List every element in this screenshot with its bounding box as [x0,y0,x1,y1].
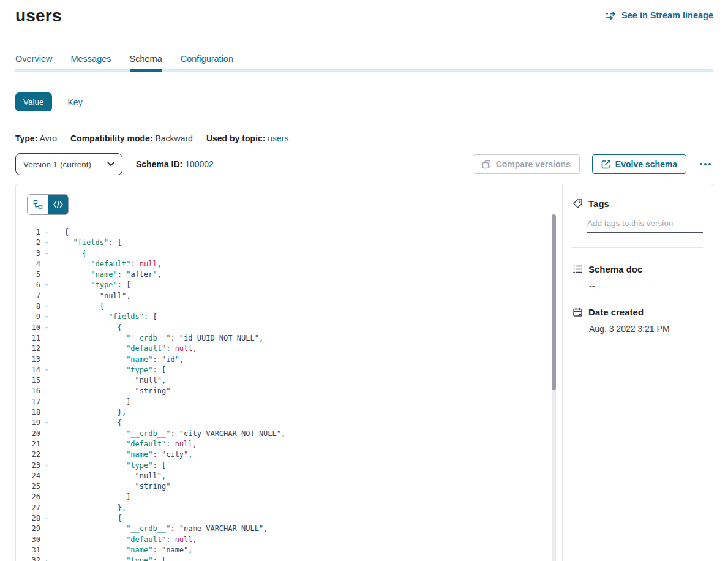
fold-toggle-icon[interactable]: ▾ [40,323,53,333]
tree-view-button[interactable] [28,195,48,214]
fold-gutter-spacer [40,492,53,502]
code-line: 27}, [16,503,562,513]
more-options-button[interactable] [697,159,713,169]
fold-toggle-icon[interactable]: ▾ [40,301,53,312]
code-line-content: "type": [ [53,555,562,561]
tab-overview[interactable]: Overview [15,54,52,69]
code-line: 16"string" [16,386,562,396]
code-view-icon [53,201,63,208]
code-line: 4"default": null, [16,259,562,269]
code-line-content: "null", [53,375,562,386]
tab-messages[interactable]: Messages [70,54,111,69]
code-line: 25"string" [16,481,562,492]
code-line: 30"default": null, [16,535,562,545]
code-line-content: "type": [ [53,365,562,375]
add-tags-input[interactable] [587,219,703,233]
page-title: users [15,6,62,26]
evolve-schema-label: Evolve schema [615,159,677,169]
line-number: 25 [16,481,40,492]
fold-toggle-icon[interactable]: ▾ [40,227,53,238]
stream-lineage-icon [606,11,617,20]
fold-toggle-icon[interactable]: ▾ [40,249,53,259]
schema-meta-row: Type: Avro Compatibility mode: Backward … [15,134,728,143]
line-number: 7 [16,291,40,301]
code-line: 3▾{ [16,249,562,259]
fold-toggle-icon[interactable]: ▾ [40,280,53,290]
editor-view-toggle [27,194,69,215]
line-number: 13 [16,355,40,365]
schema-code-pane: 1▾{2▾"fields": [3▾{4"default": null,5"na… [16,184,563,561]
code-scrollbar-thumb[interactable] [552,214,556,390]
code-line: 19▾{ [16,418,562,428]
code-view-button[interactable] [48,195,68,214]
date-created-section: Date created Aug. 3 2022 3:21 PM [572,307,703,334]
code-line-content: "default": null, [53,439,562,450]
line-number: 32 [16,555,40,561]
schema-doc-section: Schema doc -- [572,264,703,291]
fold-gutter-spacer [40,545,53,555]
code-line-content: { [53,301,562,312]
code-line: 2▾"fields": [ [16,238,562,248]
code-line: 7"null", [16,291,562,301]
code-line-content: "type": [ [53,461,562,471]
code-line: 29"__crdb__": "name VARCHAR NULL", [16,524,562,534]
code-line-content: "__crdb__": "name VARCHAR NULL", [53,524,562,534]
fold-toggle-icon[interactable]: ▾ [40,461,53,471]
key-toggle-link[interactable]: Key [68,97,83,107]
fold-gutter-spacer [40,269,53,280]
fold-gutter-spacer [40,386,53,396]
topic-link[interactable]: users [268,134,288,143]
fold-toggle-icon[interactable]: ▾ [40,365,53,375]
schema-id-label: Schema ID: [136,159,182,169]
line-number: 24 [16,471,40,481]
version-select[interactable]: Version 1 (current) [15,153,122,175]
fold-toggle-icon[interactable]: ▾ [40,418,53,428]
code-line: 1▾{ [16,227,562,238]
line-number: 19 [16,418,40,428]
code-line: 31"name": "name", [16,545,562,555]
code-line: 20"__crdb__": "city VARCHAR NOT NULL", [16,429,562,439]
tab-schema[interactable]: Schema [130,54,162,69]
line-number: 4 [16,259,40,269]
code-line: 24"null", [16,471,562,481]
fold-toggle-icon[interactable]: ▾ [40,238,53,248]
stream-lineage-label: See in Stream lineage [621,10,713,20]
used-by-topic: Used by topic: users [206,134,289,143]
tab-configuration[interactable]: Configuration [181,54,233,69]
code-line-content: ] [53,492,562,502]
line-number: 31 [16,545,40,555]
line-number: 5 [16,269,40,280]
line-number: 20 [16,429,40,439]
code-line-content: { [53,323,562,333]
schema-controls-row: Version 1 (current) Schema ID: 100002 Co… [15,153,713,175]
schema-doc-label: Schema doc [588,264,642,274]
doc-list-icon [572,264,583,274]
line-number: 8 [16,301,40,312]
code-scrollbar[interactable] [552,214,556,561]
line-number: 18 [16,407,40,418]
compare-versions-button[interactable]: Compare versions [473,154,580,174]
value-toggle-button[interactable]: Value [15,92,52,111]
line-number: 28 [16,513,40,524]
code-line: 9▾"fields": [ [16,312,562,322]
fold-gutter-spacer [40,375,53,386]
fold-gutter-spacer [40,344,53,354]
fold-toggle-icon[interactable]: ▾ [40,555,53,561]
fold-gutter-spacer [40,503,53,513]
side-pane-divider [572,247,703,248]
evolve-schema-button[interactable]: Evolve schema [592,154,686,174]
line-number: 29 [16,524,40,534]
fold-toggle-icon[interactable]: ▾ [40,312,53,322]
fold-gutter-spacer [40,291,53,301]
line-number: 26 [16,492,40,502]
line-number: 10 [16,323,40,333]
fold-gutter-spacer [40,471,53,481]
value-key-toggle: Value Key [15,92,728,111]
code-line: 11"__crdb__": "id UUID NOT NULL", [16,333,562,344]
topic-tabs: Overview Messages Schema Configuration [15,54,713,72]
code-line: 26] [16,492,562,502]
tree-view-icon [33,200,43,209]
line-number: 23 [16,461,40,471]
fold-toggle-icon[interactable]: ▾ [40,513,53,524]
see-in-stream-lineage-link[interactable]: See in Stream lineage [606,10,713,20]
